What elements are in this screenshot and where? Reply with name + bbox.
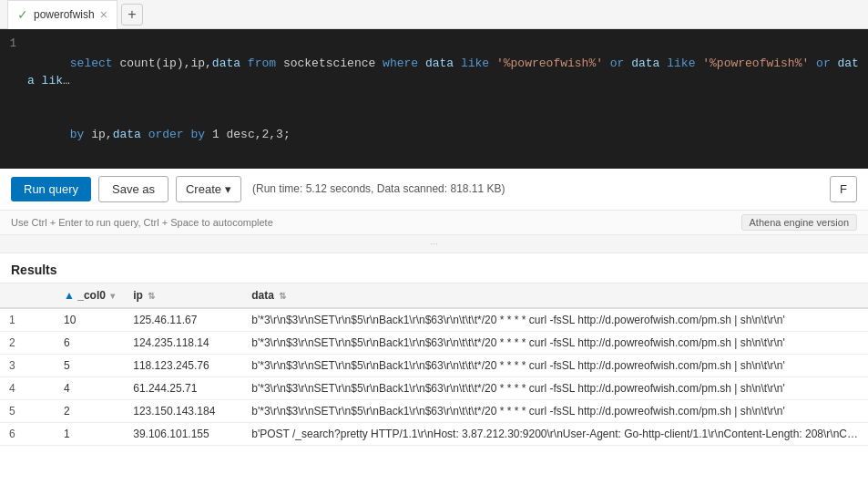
create-button[interactable]: Create ▾ (176, 176, 241, 202)
col-header-ip[interactable]: ip ⇅ (124, 284, 242, 308)
query-tab[interactable]: ✓ powerofwish × (7, 0, 117, 29)
ip-sort-icon: ⇅ (148, 291, 155, 301)
cell-col0: 4 (55, 376, 124, 399)
data-sort-icon: ⇅ (279, 291, 286, 301)
chevron-down-icon: ▾ (225, 182, 231, 196)
row-num: 4 (0, 376, 55, 399)
check-icon: ✓ (17, 7, 28, 22)
data-label: data (251, 289, 274, 302)
row-num: 3 (0, 354, 55, 376)
row-num: 6 (0, 422, 55, 445)
results-table: ▲ _col0 ▾ ip ⇅ data ⇅ 1 10 125.46.11.67 … (0, 284, 868, 446)
table-row: 3 5 118.123.245.76 b'*3\r\n$3\r\nSET\r\n… (0, 354, 868, 376)
editor-line-1: 1 select count(ip),ip,data from socketsc… (0, 36, 868, 108)
row-num: 5 (0, 399, 55, 422)
table-row: 6 1 39.106.101.155 b'POST /_search?prett… (0, 422, 868, 445)
line-content-cont: by ip,data order by 1 desc,2,3; (27, 108, 868, 161)
table-header: ▲ _col0 ▾ ip ⇅ data ⇅ (0, 284, 868, 308)
line-number-1: 1 (0, 36, 27, 50)
create-label: Create (186, 182, 221, 196)
run-info: (Run time: 5.12 seconds, Data scanned: 8… (252, 182, 505, 195)
cell-data: b'*3\r\n$3\r\nSET\r\n$5\r\nBack1\r\n$63\… (242, 399, 868, 422)
cell-data: b'POST /_search?pretty HTTP/1.1\r\nHost:… (242, 422, 868, 445)
cell-col0: 2 (55, 399, 124, 422)
cell-data: b'*3\r\n$3\r\nSET\r\n$5\r\nBack1\r\n$63\… (242, 376, 868, 399)
col-header-col0[interactable]: ▲ _col0 ▾ (55, 284, 124, 308)
col0-sort-icon: ▾ (110, 291, 115, 301)
editor-line-continuation: by ip,data order by 1 desc,2,3; (0, 108, 868, 161)
cell-ip: 61.244.25.71 (124, 376, 242, 399)
cell-ip: 124.235.118.14 (124, 331, 242, 354)
save-as-button[interactable]: Save as (98, 176, 168, 202)
hint-text: Use Ctrl + Enter to run query, Ctrl + Sp… (11, 217, 273, 228)
format-button[interactable]: F (830, 176, 857, 202)
cell-data: b'*3\r\n$3\r\nSET\r\n$5\r\nBack1\r\n$63\… (242, 331, 868, 354)
cell-col0: 1 (55, 422, 124, 445)
cell-data: b'*3\r\n$3\r\nSET\r\n$5\r\nBack1\r\n$63\… (242, 308, 868, 332)
col-header-data[interactable]: data ⇅ (242, 284, 868, 308)
drag-divider[interactable]: ··· (0, 235, 868, 253)
cell-ip: 39.106.101.155 (124, 422, 242, 445)
table-row: 2 6 124.235.118.14 b'*3\r\n$3\r\nSET\r\n… (0, 331, 868, 354)
line-content-1: select count(ip),ip,data from socketscie… (27, 36, 868, 108)
run-query-button[interactable]: Run query (11, 177, 91, 201)
cell-col0: 10 (55, 308, 124, 332)
hint-bar: Use Ctrl + Enter to run query, Ctrl + Sp… (0, 211, 868, 235)
engine-badge: Athena engine version (741, 214, 857, 231)
ip-label: ip (133, 289, 143, 302)
table-row: 1 10 125.46.11.67 b'*3\r\n$3\r\nSET\r\n$… (0, 308, 868, 332)
new-tab-button[interactable]: + (121, 4, 143, 26)
tab-bar: ✓ powerofwish × + (0, 0, 868, 29)
results-title: Results (0, 253, 868, 284)
results-section: Results ▲ _col0 ▾ ip ⇅ data ⇅ (0, 253, 868, 446)
cell-data: b'*3\r\n$3\r\nSET\r\n$5\r\nBack1\r\n$63\… (242, 354, 868, 376)
table-body: 1 10 125.46.11.67 b'*3\r\n$3\r\nSET\r\n$… (0, 308, 868, 446)
row-num: 2 (0, 331, 55, 354)
cell-ip: 125.46.11.67 (124, 308, 242, 332)
table-row: 4 4 61.244.25.71 b'*3\r\n$3\r\nSET\r\n$5… (0, 376, 868, 399)
row-num: 1 (0, 308, 55, 332)
cell-col0: 5 (55, 354, 124, 376)
cell-ip: 123.150.143.184 (124, 399, 242, 422)
close-icon[interactable]: × (100, 7, 107, 22)
table-row: 5 2 123.150.143.184 b'*3\r\n$3\r\nSET\r\… (0, 399, 868, 422)
line-number-cont (0, 108, 27, 108)
tab-label: powerofwish (34, 8, 95, 21)
cell-col0: 6 (55, 331, 124, 354)
sort-asc-icon: ▲ (64, 289, 75, 302)
col0-label: _col0 (77, 289, 106, 302)
query-editor[interactable]: 1 select count(ip),ip,data from socketsc… (0, 29, 868, 169)
toolbar: Run query Save as Create ▾ (Run time: 5.… (0, 169, 868, 211)
cell-ip: 118.123.245.76 (124, 354, 242, 376)
col-header-row-num (0, 284, 55, 308)
